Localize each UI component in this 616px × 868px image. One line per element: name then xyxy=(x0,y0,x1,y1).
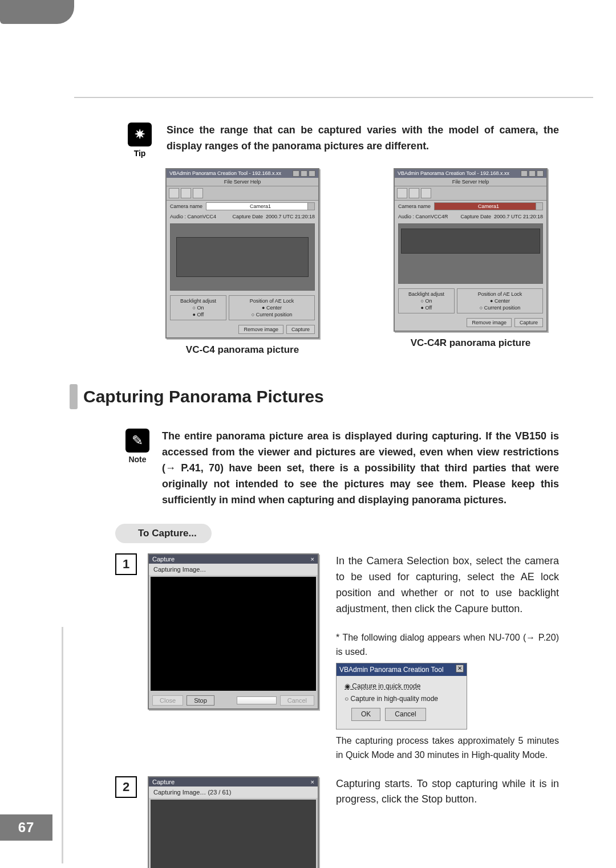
step-2-screenshot: Capture× Capturing Image… (23 / 61) Clos… xyxy=(148,776,319,868)
hq-mode-radio[interactable]: Capture in high-quality mode xyxy=(345,694,459,704)
vcc4-caption: VC-C4 panorama picture xyxy=(165,344,319,356)
step-1-text: In the Camera Selection box, select the … xyxy=(336,553,559,617)
section-title: Capturing Panorama Pictures xyxy=(83,387,324,406)
tip-icon: ✷ xyxy=(128,123,152,146)
bl-on[interactable]: On xyxy=(173,305,223,311)
note-icon: ✎ xyxy=(125,429,149,453)
close-icon[interactable]: ✕ xyxy=(456,665,464,673)
remove-image-button[interactable]: Remove image xyxy=(467,318,512,327)
corner-tab xyxy=(0,0,74,24)
ae-center[interactable]: Center xyxy=(232,305,311,311)
section-heading: Capturing Panorama Pictures xyxy=(70,384,559,409)
window-controls[interactable] xyxy=(293,170,315,177)
toolbar[interactable] xyxy=(167,186,318,201)
nu700-dialog: VBAdmin Panorama Creation Tool ✕ Capture… xyxy=(336,663,467,730)
top-rule xyxy=(74,97,593,98)
page-number: 67 xyxy=(0,814,52,841)
camera-select[interactable]: Camera1 xyxy=(206,202,315,210)
toolbar[interactable] xyxy=(395,186,546,201)
vcc4r-shot: VBAdmin Panorama Creation Tool - 192.168… xyxy=(394,168,548,356)
side-rule xyxy=(62,627,63,863)
tip-icon-wrap: ✷ Tip xyxy=(125,123,154,158)
cancel-button[interactable]: Cancel xyxy=(280,695,314,706)
tip-label: Tip xyxy=(125,149,154,158)
camera-label: Camera name xyxy=(170,203,202,209)
note-icon-wrap: ✎ Note xyxy=(125,429,149,464)
bl-off[interactable]: Off xyxy=(402,305,451,311)
panorama-preview xyxy=(398,223,543,284)
step-1-number: 1 xyxy=(115,553,137,575)
close-icon[interactable]: × xyxy=(311,779,314,785)
vcc4r-caption: VC-C4R panorama picture xyxy=(394,337,548,349)
close-button[interactable]: Close xyxy=(152,695,183,706)
ae-current[interactable]: Current position xyxy=(460,305,540,311)
step-2-text: Capturing starts. To stop capturing whil… xyxy=(336,776,559,808)
note-label: Note xyxy=(125,455,149,464)
step-2-number: 2 xyxy=(115,776,137,798)
pano-title: VBAdmin Panorama Creation Tool - 192.168… xyxy=(169,170,281,177)
note-text: The entire panorama picture area is disp… xyxy=(162,429,559,508)
tip-text: Since the range that can be captured var… xyxy=(167,123,559,154)
capture-preview xyxy=(151,577,316,691)
menu-bar[interactable]: File Server Help xyxy=(167,178,318,186)
progress-bar xyxy=(237,696,277,704)
window-controls[interactable] xyxy=(521,170,544,177)
ok-button[interactable]: OK xyxy=(351,708,380,721)
capture-button[interactable]: Capture xyxy=(514,318,543,327)
menu-bar[interactable]: File Server Help xyxy=(395,178,546,186)
to-capture-pill: To Capture... xyxy=(115,524,212,543)
close-icon[interactable]: × xyxy=(311,556,314,563)
bl-off[interactable]: Off xyxy=(173,312,223,317)
vcc4-shot: VBAdmin Panorama Creation Tool - 192.168… xyxy=(165,168,319,356)
ae-current[interactable]: Current position xyxy=(232,312,311,317)
ae-center[interactable]: Center xyxy=(460,298,540,304)
capture-status: Capturing Image… (23 / 61) xyxy=(149,787,318,798)
quick-mode-radio[interactable]: Capture in quick mode xyxy=(345,681,459,692)
step-1-after: The capturing process takes approximatel… xyxy=(336,734,559,763)
bl-on[interactable]: On xyxy=(402,298,451,304)
capture-button[interactable]: Capture xyxy=(286,325,315,334)
stop-button[interactable]: Stop xyxy=(187,695,214,706)
capture-preview xyxy=(151,800,316,868)
step-1-subnote: * The following dialog appears when NU-7… xyxy=(336,631,559,659)
pano-title: VBAdmin Panorama Creation Tool - 192.168… xyxy=(398,170,509,177)
cancel-button[interactable]: Cancel xyxy=(385,708,425,721)
remove-image-button[interactable]: Remove image xyxy=(238,325,283,334)
capture-status: Capturing Image… xyxy=(149,564,318,575)
step-1-screenshot: Capture× Capturing Image… Close Stop Can… xyxy=(148,553,319,762)
camera-select[interactable]: Camera1 xyxy=(434,202,543,210)
panorama-preview xyxy=(170,223,315,291)
camera-label: Camera name xyxy=(398,203,431,209)
